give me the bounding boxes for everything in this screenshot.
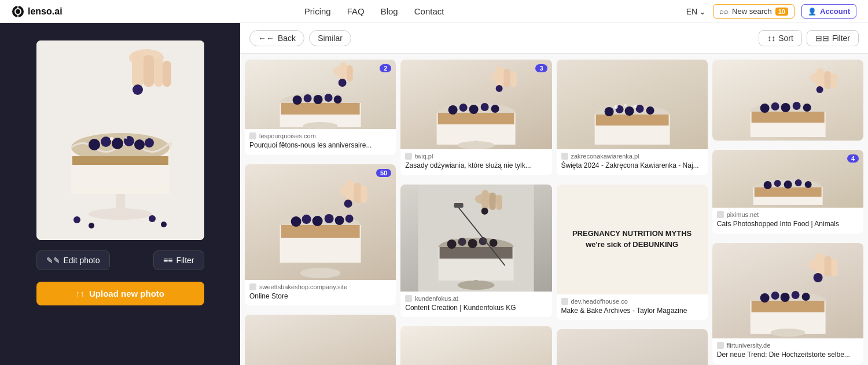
svg-rect-136 — [418, 326, 534, 365]
svg-point-185 — [774, 180, 781, 187]
result-badge: 2 — [380, 64, 391, 72]
svg-point-133 — [481, 208, 488, 215]
filter-left-button[interactable]: ≡ Filter — [153, 250, 204, 270]
grid-item-info: kundenfokus.at Content Creation | Kunden… — [400, 292, 551, 318]
svg-rect-203 — [831, 259, 837, 276]
svg-point-110 — [491, 105, 499, 113]
grid-item-source: sweettsbakeshop.company.site — [249, 283, 391, 290]
header: lenso.ai Pricing FAQ Blog Contact EN ⌕ N… — [0, 0, 868, 23]
grid-item-title: Cats Photoshopped Into Food | Animals — [717, 220, 859, 229]
left-panel: ✎ Edit photo ≡ Filter ↑ Upload new photo — [0, 23, 240, 365]
svg-rect-157 — [574, 329, 690, 365]
filter-right-icon: ⊟ — [815, 34, 829, 43]
grid-item-info: dev.headofhouse.co Make & Bake Archives … — [557, 294, 708, 320]
back-label: Back — [278, 34, 296, 43]
list-item[interactable]: flirtuniversity.de Der neue Trend: Die H… — [712, 243, 863, 364]
svg-point-172 — [781, 103, 790, 112]
toolbar-left: ← Back Similar — [249, 30, 351, 46]
filter-right-button[interactable]: ⊟ Filter — [807, 30, 859, 46]
source-favicon — [405, 295, 412, 302]
list-item[interactable]: campograndeperu.com Cómo Hacer Quequo De… — [400, 326, 551, 365]
svg-rect-18 — [72, 156, 168, 165]
svg-point-107 — [459, 104, 468, 112]
grid-item-source: flirtuniversity.de — [717, 342, 859, 349]
back-icon: ← — [258, 34, 274, 43]
nav-pricing[interactable]: Pricing — [304, 6, 331, 16]
svg-point-171 — [771, 102, 779, 110]
list-item[interactable]: kundenfokus.at Content Creation | Kunden… — [400, 185, 551, 318]
logo[interactable]: lenso.ai — [12, 5, 62, 18]
grid-item-source: lespourquoises.com — [249, 132, 391, 139]
svg-rect-177 — [824, 71, 830, 89]
svg-point-30 — [110, 137, 113, 141]
edit-photo-label: Edit photo — [64, 256, 100, 265]
svg-rect-176 — [816, 68, 823, 89]
filter-left-icon: ≡ — [163, 256, 172, 265]
svg-point-126 — [490, 239, 498, 247]
nav-faq[interactable]: FAQ — [347, 6, 365, 16]
user-icon — [808, 7, 816, 16]
grid-item-info: piximus.net Cats Photoshopped Into Food … — [712, 208, 863, 234]
result-image — [400, 185, 551, 292]
new-search-button[interactable]: ⌕ New search 10 — [713, 4, 795, 19]
svg-point-156 — [633, 105, 637, 108]
svg-rect-82 — [340, 62, 347, 81]
result-image — [400, 326, 551, 365]
list-item[interactable] — [245, 315, 396, 365]
svg-point-92 — [325, 214, 334, 223]
svg-point-186 — [784, 180, 792, 189]
svg-point-89 — [291, 216, 301, 227]
svg-point-122 — [447, 239, 457, 249]
upload-new-photo-button[interactable]: ↑ Upload new photo — [36, 282, 204, 305]
list-item[interactable]: zakreconakawiarenka.pl Święta 2024 - Zak… — [557, 60, 708, 175]
svg-point-149 — [604, 107, 613, 116]
svg-rect-100 — [361, 186, 367, 203]
preview-cake-svg — [36, 40, 204, 240]
svg-rect-99 — [354, 183, 361, 203]
list-item[interactable]: PREGNANCY NUTRITION MYTHS we're sick of … — [557, 185, 708, 320]
svg-point-26 — [73, 216, 80, 223]
svg-point-84 — [339, 79, 347, 87]
svg-rect-121 — [440, 247, 513, 259]
svg-point-101 — [344, 200, 352, 208]
svg-rect-130 — [482, 190, 489, 210]
svg-rect-83 — [347, 65, 353, 82]
svg-rect-7 — [144, 55, 154, 87]
result-badge: 3 — [535, 64, 547, 72]
svg-point-106 — [448, 105, 458, 115]
upload-icon: ↑ — [76, 289, 84, 298]
filter-left-label: Filter — [176, 256, 194, 265]
grid-item-info: zakreconakawiarenka.pl Święta 2024 - Zak… — [557, 149, 708, 175]
nav-contact[interactable]: Contact — [414, 6, 444, 16]
svg-point-93 — [335, 216, 344, 225]
grid-item-title: Der neue Trend: Die Hochzeitstorte selbe… — [717, 351, 859, 360]
source-favicon — [717, 211, 724, 218]
list-item[interactable]: piximus.net Cats Photoshopped Into Food … — [712, 150, 863, 234]
result-image — [400, 60, 551, 149]
edit-photo-button[interactable]: ✎ Edit photo — [36, 250, 110, 270]
account-button[interactable]: Account — [801, 4, 856, 19]
svg-rect-115 — [504, 69, 510, 87]
svg-point-76 — [314, 95, 323, 104]
source-favicon — [405, 153, 412, 160]
svg-rect-96 — [318, 268, 323, 275]
source-favicon — [717, 342, 724, 349]
upload-label: Upload new photo — [89, 289, 164, 298]
back-button[interactable]: ← Back — [249, 30, 304, 46]
sort-icon: ↕ — [767, 34, 775, 43]
language-selector[interactable]: EN — [686, 7, 706, 16]
grid-item-title: Online Store — [249, 292, 391, 301]
list-item[interactable]: abbeyskitchen.com — [557, 329, 708, 365]
svg-rect-88 — [281, 225, 360, 238]
sort-button[interactable]: ↕ Sort — [759, 30, 802, 46]
similar-button[interactable]: Similar — [309, 30, 351, 46]
list-item[interactable] — [712, 60, 863, 141]
svg-rect-132 — [496, 195, 502, 210]
list-item[interactable]: twiq.pl Zasady odżywiania, które służą n… — [400, 60, 551, 175]
list-item[interactable]: lespourquoises.com Pourquoi fêtons-nous … — [245, 60, 396, 155]
list-item[interactable]: sweettsbakeshop.company.site Online Stor… — [245, 164, 396, 306]
svg-point-91 — [312, 216, 323, 226]
header-right: EN ⌕ New search 10 Account — [686, 4, 856, 19]
nav-blog[interactable]: Blog — [381, 6, 398, 16]
svg-point-187 — [795, 179, 801, 186]
